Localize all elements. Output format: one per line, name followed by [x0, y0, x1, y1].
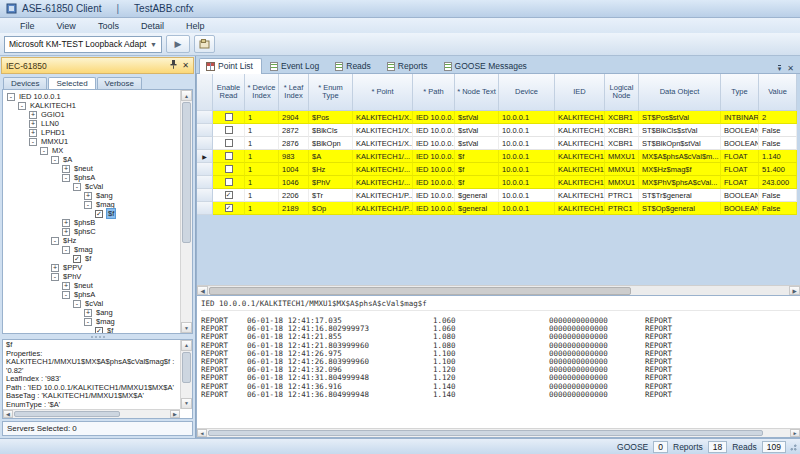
row-selector[interactable]: [197, 137, 213, 150]
scroll-left-icon[interactable]: ◀: [3, 410, 13, 418]
menu-item-help[interactable]: Help: [176, 20, 215, 32]
table-row[interactable]: 11004$HzKALKITECH1/...IED 10.0.0....$f10…: [197, 163, 800, 176]
scrollbar-thumb[interactable]: [182, 102, 191, 243]
column-header[interactable]: Device: [499, 74, 555, 111]
tab-devices[interactable]: Devices: [3, 77, 47, 89]
tree-node[interactable]: +$phsC: [5, 227, 178, 236]
enable-read-checkbox[interactable]: [225, 139, 233, 147]
collapse-icon[interactable]: -: [62, 291, 70, 299]
menu-item-detail[interactable]: Detail: [131, 20, 174, 32]
properties-horizontal-scrollbar[interactable]: ◀ ▶: [3, 409, 180, 418]
row-selector[interactable]: [197, 176, 213, 189]
column-header[interactable]: Type: [721, 74, 759, 111]
column-header[interactable]: Data Object: [639, 74, 721, 111]
start-capture-button[interactable]: ▶: [166, 35, 190, 53]
scrollbar-thumb[interactable]: [209, 287, 631, 295]
tree-node[interactable]: -MMXU1: [5, 137, 178, 146]
menu-item-tools[interactable]: Tools: [88, 20, 129, 32]
collapse-icon[interactable]: -: [51, 156, 59, 164]
scroll-up-icon[interactable]: ▲: [181, 340, 192, 351]
tree-node[interactable]: -$Hz: [5, 236, 178, 245]
expand-icon[interactable]: +: [29, 120, 37, 128]
tree-node[interactable]: -$PhV: [5, 272, 178, 281]
tree-node[interactable]: +$ang: [5, 191, 178, 200]
tab-goose-messages[interactable]: GOOSE Messages: [438, 59, 535, 73]
collapse-icon[interactable]: -: [73, 183, 81, 191]
tree-checkbox[interactable]: ✓: [95, 210, 103, 218]
column-header[interactable]: Enable Read: [213, 74, 245, 111]
scroll-left-icon[interactable]: ◀: [197, 286, 208, 295]
collapse-icon[interactable]: -: [51, 237, 59, 245]
scroll-up-icon[interactable]: ▲: [181, 90, 192, 101]
tree-node[interactable]: -$A: [5, 155, 178, 164]
enable-read-checkbox[interactable]: ✓: [225, 204, 233, 212]
tree-node[interactable]: +$ang: [5, 308, 178, 317]
tab-point-list[interactable]: Point List: [199, 58, 262, 74]
collapse-icon[interactable]: -: [29, 138, 37, 146]
column-header[interactable]: * Point: [353, 74, 413, 111]
scroll-down-icon[interactable]: ▼: [181, 322, 192, 333]
column-header[interactable]: * Device Index: [245, 74, 279, 111]
tab-event-log[interactable]: Event Log: [264, 59, 327, 73]
tree-node[interactable]: +$phsB: [5, 218, 178, 227]
collapse-icon[interactable]: -: [84, 201, 92, 209]
table-row[interactable]: ✓12206$TrKALKITECH1/P...IED 10.0.0....$g…: [197, 189, 800, 202]
column-header[interactable]: * Path: [413, 74, 455, 111]
expand-icon[interactable]: +: [62, 228, 70, 236]
expand-icon[interactable]: +: [29, 129, 37, 137]
scrollbar-thumb[interactable]: [208, 430, 763, 436]
row-selector[interactable]: [197, 202, 213, 215]
column-header[interactable]: Value: [759, 74, 797, 111]
table-horizontal-scrollbar[interactable]: ◀ ▶: [197, 285, 800, 295]
table-row[interactable]: ▶1983$AKALKITECH1/...IED 10.0.0....$f10.…: [197, 150, 800, 163]
expand-icon[interactable]: +: [84, 192, 92, 200]
scroll-right-icon[interactable]: ▶: [790, 429, 800, 437]
collapse-icon[interactable]: -: [84, 318, 92, 326]
pin-icon[interactable]: [170, 60, 177, 71]
collapse-icon[interactable]: -: [73, 300, 81, 308]
table-row[interactable]: ✓12189$OpKALKITECH1/P...IED 10.0.0....$g…: [197, 202, 800, 215]
row-selector[interactable]: [197, 163, 213, 176]
column-header[interactable]: Logical Node: [605, 74, 639, 111]
table-row[interactable]: 11046$PhVKALKITECH1/...IED 10.0.0....$f1…: [197, 176, 800, 189]
enable-read-checkbox[interactable]: [225, 126, 233, 134]
table-row[interactable]: 12876$BlkOpnKALKITECH1/X...IED 10.0.0...…: [197, 137, 800, 150]
column-header[interactable]: * Node Text: [455, 74, 499, 111]
report-horizontal-scrollbar[interactable]: ◀ ▶: [197, 428, 800, 437]
scroll-right-icon[interactable]: ▶: [789, 286, 800, 295]
collapse-icon[interactable]: -: [62, 174, 70, 182]
enable-read-checkbox[interactable]: [225, 113, 233, 121]
properties-vertical-scrollbar[interactable]: ▲ ▼: [180, 340, 192, 409]
tree-node[interactable]: -$cVal: [5, 299, 178, 308]
expand-icon[interactable]: +: [29, 111, 37, 119]
row-selector[interactable]: [197, 124, 213, 137]
tree-node[interactable]: -IED 10.0.0.1: [5, 92, 178, 101]
tree-node[interactable]: -$mag: [5, 317, 178, 326]
expand-icon[interactable]: +: [84, 309, 92, 317]
resize-grip[interactable]: [789, 443, 798, 452]
tree-node[interactable]: -$phsA: [5, 290, 178, 299]
tab-verbose[interactable]: Verbose: [97, 77, 142, 89]
tree-node[interactable]: -$phsA: [5, 173, 178, 182]
tree-checkbox[interactable]: ✓: [95, 327, 103, 335]
collapse-icon[interactable]: -: [40, 147, 48, 155]
collapse-icon[interactable]: -: [18, 102, 26, 110]
tree-checkbox[interactable]: ✓: [73, 255, 81, 263]
table-row[interactable]: 12904$PosKALKITECH1/X...IED 10.0.0....$s…: [197, 111, 800, 124]
column-header[interactable]: * Leaf Index: [279, 74, 309, 111]
menu-item-file[interactable]: File: [10, 20, 45, 32]
enable-read-checkbox[interactable]: [225, 152, 233, 160]
tree-node[interactable]: ✓$f: [5, 326, 178, 334]
enable-read-checkbox[interactable]: ✓: [225, 191, 233, 199]
row-selector[interactable]: [197, 189, 213, 202]
column-header[interactable]: * Enum Type: [309, 74, 353, 111]
scroll-down-icon[interactable]: ▼: [181, 398, 192, 409]
tree-vertical-scrollbar[interactable]: ▲ ▼: [180, 90, 192, 333]
scroll-right-icon[interactable]: ▶: [170, 410, 180, 418]
tree-node[interactable]: +LLN0: [5, 119, 178, 128]
row-selector[interactable]: ▶: [197, 150, 213, 163]
tree-node[interactable]: +$neut: [5, 164, 178, 173]
scroll-left-icon[interactable]: ◀: [197, 429, 207, 437]
dock-menu-icon[interactable]: ▾: [778, 65, 782, 72]
enable-read-checkbox[interactable]: [225, 165, 233, 173]
